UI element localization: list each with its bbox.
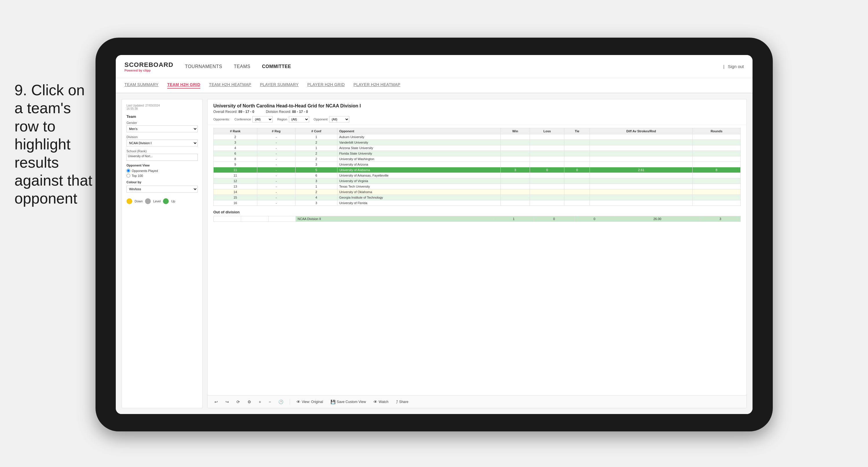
table-cell: 8 bbox=[692, 167, 741, 173]
tab-team-h2h-heatmap[interactable]: TEAM H2H HEATMAP bbox=[209, 82, 251, 89]
tab-player-h2h-heatmap[interactable]: PLAYER H2H HEATMAP bbox=[353, 82, 400, 89]
table-cell bbox=[500, 195, 530, 200]
bottom-toolbar: ↩ ↪ ⟳ ⚙ + − bbox=[208, 395, 746, 408]
out-of-division-row[interactable]: NCAA Division II 1 0 0 26.00 3 bbox=[214, 216, 741, 222]
region-select[interactable]: (All) bbox=[289, 116, 309, 122]
table-cell bbox=[564, 134, 590, 140]
table-row[interactable]: 2-1Auburn University bbox=[214, 134, 741, 140]
table-cell bbox=[530, 151, 564, 156]
table-cell: University of Arizona bbox=[337, 162, 500, 167]
plus-button[interactable]: + bbox=[256, 399, 264, 405]
sign-out-button[interactable]: Sign out bbox=[728, 64, 744, 69]
gender-label: Gender bbox=[126, 121, 198, 124]
share-button[interactable]: ⤴ Share bbox=[394, 399, 411, 405]
table-row[interactable]: 12-3University of Virginia bbox=[214, 178, 741, 184]
filter-row: Opponents: Conference (All) Region (All) bbox=[213, 116, 741, 122]
watch-button[interactable]: 👁 Watch bbox=[371, 399, 391, 405]
legend-down-dot bbox=[126, 198, 132, 204]
settings-button[interactable]: ⚙ bbox=[245, 399, 253, 405]
redo-icon: ↪ bbox=[225, 400, 229, 404]
table-cell: 3 bbox=[295, 200, 337, 206]
table-cell bbox=[564, 178, 590, 184]
table-row[interactable]: 4-1Arizona State University bbox=[214, 145, 741, 151]
table-cell: University of Arkansas, Fayetteville bbox=[337, 173, 500, 178]
legend-level-dot bbox=[145, 198, 151, 204]
ood-label: NCAA Division II bbox=[296, 216, 494, 222]
gender-select[interactable]: Men's bbox=[126, 125, 198, 132]
ood-diff: 26.00 bbox=[615, 216, 700, 222]
table-cell bbox=[530, 145, 564, 151]
instruction-text: 9. Click on a team's row to highlight re… bbox=[14, 81, 95, 208]
sub-nav: TEAM SUMMARY TEAM H2H GRID TEAM H2H HEAT… bbox=[116, 78, 752, 93]
radio-top100[interactable]: Top 100 bbox=[126, 174, 198, 177]
clock-button[interactable]: 🕐 bbox=[276, 399, 286, 405]
redo-button[interactable]: ↪ bbox=[223, 399, 231, 405]
table-row[interactable]: 6-2Florida State University bbox=[214, 151, 741, 156]
legend-row: Down Level Up bbox=[126, 198, 198, 204]
conference-select[interactable]: (All) bbox=[252, 116, 273, 122]
table-cell bbox=[530, 184, 564, 189]
minus-button[interactable]: − bbox=[266, 399, 273, 405]
table-cell bbox=[500, 200, 530, 206]
table-cell: 8 bbox=[214, 156, 257, 162]
table-cell: 2 bbox=[295, 151, 337, 156]
table-cell: 9 bbox=[214, 162, 257, 167]
main-nav: TOURNAMENTS TEAMS COMMITTEE bbox=[185, 64, 291, 69]
table-cell: University of Alabama bbox=[337, 167, 500, 173]
save-custom-view-button[interactable]: 💾 Save Custom View bbox=[328, 399, 368, 405]
table-cell bbox=[590, 184, 692, 189]
division-select[interactable]: NCAA Division I bbox=[126, 140, 198, 146]
table-row[interactable]: 13-1Texas Tech University bbox=[214, 184, 741, 189]
table-cell bbox=[500, 184, 530, 189]
table-cell bbox=[590, 156, 692, 162]
table-cell: 4 bbox=[295, 195, 337, 200]
table-row[interactable]: 15-4Georgia Institute of Technology bbox=[214, 195, 741, 200]
view-original-button[interactable]: 👁 View: Original bbox=[294, 399, 325, 405]
nav-tournaments[interactable]: TOURNAMENTS bbox=[185, 64, 222, 69]
undo-button[interactable]: ↩ bbox=[212, 399, 220, 405]
table-row[interactable]: 14-2University of Oklahoma bbox=[214, 189, 741, 195]
out-of-division-table: NCAA Division II 1 0 0 26.00 3 bbox=[213, 216, 741, 222]
colour-by-select[interactable]: Win/loss bbox=[126, 185, 198, 193]
table-cell: 11 bbox=[214, 167, 257, 173]
table-row[interactable]: 8-2University of Washington bbox=[214, 156, 741, 162]
table-row[interactable]: 11-5University of Alabama3002.618 bbox=[214, 167, 741, 173]
opponent-filter: Opponent (All) bbox=[314, 116, 349, 122]
radio-opponents-played[interactable]: Opponents Played bbox=[126, 169, 198, 173]
grid-scroll[interactable]: # Rank # Reg # Conf Opponent Win Loss Ti… bbox=[208, 125, 746, 395]
tab-player-h2h-grid[interactable]: PLAYER H2H GRID bbox=[307, 82, 345, 89]
table-row[interactable]: 16-3University of Florida bbox=[214, 200, 741, 206]
table-cell: Auburn University bbox=[337, 134, 500, 140]
instruction-body: Click on a team's row to highlight resul… bbox=[14, 82, 92, 207]
table-row[interactable]: 11-6University of Arkansas, Fayetteville bbox=[214, 173, 741, 178]
main-content: Last Updated: 27/03/2024 16:55:38 Team G… bbox=[116, 93, 752, 414]
table-cell bbox=[500, 173, 530, 178]
table-row[interactable]: 9-3University of Arizona bbox=[214, 162, 741, 167]
nav-teams[interactable]: TEAMS bbox=[234, 64, 251, 69]
table-cell: University of Virginia bbox=[337, 178, 500, 184]
tab-team-h2h-grid[interactable]: TEAM H2H GRID bbox=[167, 82, 200, 89]
data-panel-title: University of North Carolina Head-to-Hea… bbox=[213, 104, 741, 109]
refresh-button[interactable]: ⟳ bbox=[234, 399, 242, 405]
minus-icon: − bbox=[269, 400, 271, 404]
save-label: Save Custom View bbox=[337, 400, 366, 404]
table-cell bbox=[530, 200, 564, 206]
col-conf: # Conf bbox=[295, 128, 337, 134]
school-label: School (Rank) bbox=[126, 149, 198, 153]
table-cell: - bbox=[257, 167, 295, 173]
table-cell: 2 bbox=[295, 189, 337, 195]
tab-team-summary[interactable]: TEAM SUMMARY bbox=[124, 82, 159, 89]
tab-player-summary[interactable]: PLAYER SUMMARY bbox=[260, 82, 299, 89]
ood-rounds: 3 bbox=[700, 216, 741, 222]
opponent-select[interactable]: (All) bbox=[329, 116, 349, 122]
nav-committee[interactable]: COMMITTEE bbox=[262, 64, 291, 69]
table-row[interactable]: 3-2Vanderbilt University bbox=[214, 140, 741, 145]
table-cell: Georgia Institute of Technology bbox=[337, 195, 500, 200]
table-cell bbox=[530, 195, 564, 200]
table-cell bbox=[590, 200, 692, 206]
opponents-label: Opponents: bbox=[213, 118, 230, 121]
table-cell: 0 bbox=[564, 167, 590, 173]
table-cell: 3 bbox=[295, 178, 337, 184]
table-cell bbox=[692, 200, 741, 206]
table-cell: - bbox=[257, 140, 295, 145]
